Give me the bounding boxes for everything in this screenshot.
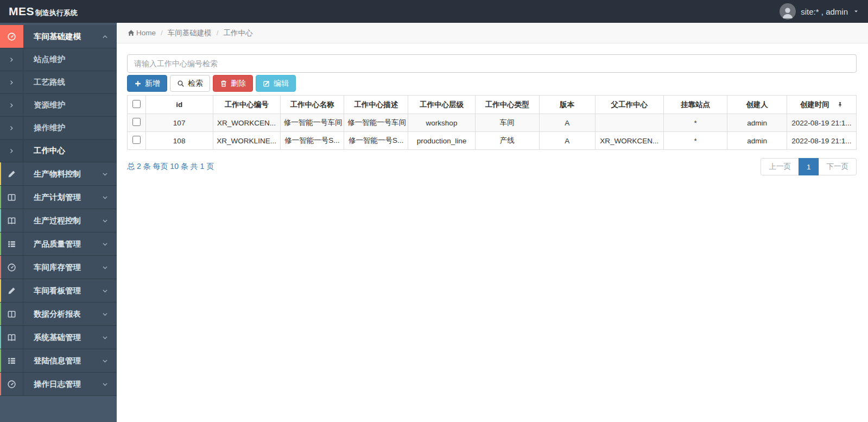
column-header[interactable]: 工作中心编号: [213, 96, 280, 114]
pagination: 总 2 条 每页 10 条 共 1 页 上一页1下一页: [127, 158, 857, 175]
chevron-down-icon: [102, 162, 117, 185]
chevron-right-icon: [8, 79, 15, 86]
edit-button[interactable]: 编辑: [256, 75, 296, 92]
sidebar-subitem-1[interactable]: 工艺路线: [0, 71, 117, 94]
app-logo: MES 制造执行系统: [9, 5, 78, 18]
icon-column: [0, 373, 23, 395]
breadcrumb-home[interactable]: Home: [136, 29, 156, 37]
logo-secondary: 制造执行系统: [35, 8, 78, 18]
icon-column: [0, 186, 23, 209]
breadcrumb-item-section[interactable]: 车间基础建模: [168, 28, 212, 38]
table-cell: workshop: [408, 114, 476, 132]
sidebar-section-7[interactable]: 系统基础管理: [0, 326, 117, 349]
table-cell: 车间: [476, 114, 540, 132]
column-header[interactable]: 父工作中心: [595, 96, 663, 114]
button-label: 新增: [145, 79, 160, 89]
chevron-down-icon: [102, 326, 117, 349]
toolbar: 新增检索删除编辑: [127, 75, 857, 92]
chevron-down-icon: [102, 349, 117, 372]
list-icon: [7, 356, 16, 366]
menu-item-label: 车间基础建模: [23, 25, 102, 48]
chevron-down-icon: [102, 279, 117, 302]
button-label: 检索: [188, 79, 203, 89]
table-cell: 修一智能一号车间: [344, 114, 408, 132]
breadcrumb-separator: /: [217, 29, 219, 37]
sidebar-section-5[interactable]: 车间看板管理: [0, 279, 117, 303]
sidebar-section-1[interactable]: 生产计划管理: [0, 186, 117, 209]
trash-icon: [220, 80, 227, 87]
columns-icon: [7, 193, 16, 202]
table-cell: XR_WORKLINE...: [213, 132, 280, 150]
table-cell: 108: [145, 132, 213, 150]
accent-strip: [0, 256, 1, 279]
sidebar-menu: 车间基础建模站点维护工艺路线资源维护操作维护工作中心生产物料控制生产计划管理生产…: [0, 25, 117, 396]
sidebar-subitem-3[interactable]: 操作维护: [0, 117, 117, 140]
table-cell: [595, 114, 663, 132]
sidebar-section-2[interactable]: 生产过程控制: [0, 209, 117, 232]
row-checkbox[interactable]: [132, 136, 141, 144]
column-header[interactable]: 创建人: [727, 96, 787, 114]
avatar: [780, 3, 796, 20]
column-header[interactable]: id: [145, 96, 213, 114]
menu-item-label: 生产物料控制: [23, 162, 102, 185]
column-header[interactable]: 版本: [539, 96, 595, 114]
pager: 上一页1下一页: [761, 158, 857, 175]
sidebar-subitem-2[interactable]: 资源维护: [0, 94, 117, 117]
edit-icon: [263, 80, 270, 87]
add-button[interactable]: 新增: [127, 75, 167, 92]
chevron-down-icon: [102, 232, 117, 255]
icon-column: [0, 162, 23, 185]
delete-button[interactable]: 删除: [213, 75, 253, 92]
pin-icon[interactable]: [837, 101, 843, 109]
column-header-label: 工作中心名称: [290, 100, 334, 109]
sidebar-section-9[interactable]: 操作日志管理: [0, 373, 117, 396]
column-header[interactable]: 工作中心名称: [280, 96, 344, 114]
column-header-label: 父工作中心: [611, 100, 648, 109]
chevron-down-icon: [102, 186, 117, 209]
menu-item-label: 工艺路线: [23, 71, 117, 93]
chevron-down-icon: [102, 303, 117, 325]
icon-column: [0, 349, 23, 372]
column-header[interactable]: 挂靠站点: [663, 96, 727, 114]
sidebar-section-6[interactable]: 数据分析报表: [0, 303, 117, 326]
current-page-button[interactable]: 1: [799, 158, 819, 175]
sidebar-section-active[interactable]: 车间基础建模: [0, 25, 117, 48]
workcenter-table: id工作中心编号工作中心名称工作中心描述工作中心层级工作中心类型版本父工作中心挂…: [127, 95, 857, 150]
sidebar-section-3[interactable]: 产品质量管理: [0, 232, 117, 256]
table-row: 108XR_WORKLINE...修一智能一号S...修一智能一号S...pro…: [128, 132, 857, 150]
sidebar-section-0[interactable]: 生产物料控制: [0, 162, 117, 186]
accent-strip: [0, 209, 1, 232]
sidebar-subitem-0[interactable]: 站点维护: [0, 48, 117, 71]
prev-page-button[interactable]: 上一页: [761, 158, 799, 175]
gauge-icon: [7, 32, 16, 41]
list-icon: [7, 240, 16, 249]
search-button[interactable]: 检索: [170, 75, 210, 92]
sidebar-section-8[interactable]: 登陆信息管理: [0, 349, 117, 373]
icon-column: [0, 94, 23, 116]
search-icon: [177, 80, 185, 87]
chevron-right-icon: [8, 102, 15, 109]
select-all-checkbox[interactable]: [132, 100, 141, 108]
column-header[interactable]: 工作中心描述: [344, 96, 408, 114]
table-cell: production_line: [408, 132, 476, 150]
menu-item-label: 操作日志管理: [23, 373, 102, 395]
menu-item-label: 数据分析报表: [23, 303, 102, 325]
sidebar-subitem-4[interactable]: 工作中心: [0, 140, 117, 162]
table-cell: 2022-08-19 21:1...: [787, 132, 856, 150]
column-header[interactable]: 工作中心层级: [408, 96, 476, 114]
column-header[interactable]: 创建时间: [787, 96, 856, 114]
icon-column: [0, 326, 23, 349]
sidebar-section-4[interactable]: 车间库存管理: [0, 256, 117, 279]
user-menu[interactable]: site:* , admin: [780, 3, 859, 20]
search-input[interactable]: [127, 54, 857, 73]
column-header-label: 版本: [560, 100, 574, 109]
table-cell: XR_WORKCEN...: [595, 132, 663, 150]
logo-primary: MES: [9, 5, 34, 18]
row-checkbox-cell: [128, 114, 146, 132]
icon-column: [0, 232, 23, 255]
row-checkbox[interactable]: [132, 118, 141, 126]
table-cell: 2022-08-19 21:1...: [787, 114, 856, 132]
column-header[interactable]: 工作中心类型: [476, 96, 540, 114]
accent-strip: [0, 232, 1, 255]
next-page-button[interactable]: 下一页: [819, 158, 857, 175]
